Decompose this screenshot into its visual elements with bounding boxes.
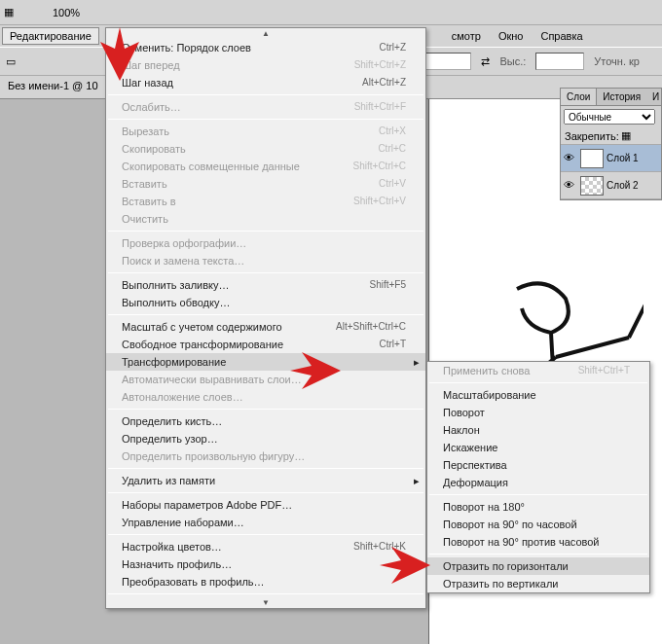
menu-clear: Очистить [106,210,425,228]
submenu-warp[interactable]: Деформация [427,474,649,491]
menu-free-transform[interactable]: Свободное трансформированиеCtrl+T [106,336,425,353]
menu-content-aware-scale[interactable]: Масштаб с учетом содержимогоAlt+Shift+Ct… [106,318,425,336]
width-input[interactable] [423,53,471,70]
lock-pixels-icon[interactable]: ▦ [621,129,631,142]
height-input[interactable] [535,53,584,70]
menu-color-settings[interactable]: Настройка цветов…Shift+Ctrl+K [106,538,425,555]
edit-dropdown: ▲ Отменить: Порядок слоевCtrl+Z Шаг впер… [105,27,426,609]
layer-thumb-1[interactable] [580,149,604,168]
menu-paste-into: Вставить вShift+Ctrl+V [106,193,425,210]
submenu-perspective[interactable]: Перспектива [427,456,649,474]
menu-spell-check: Проверка орфографии… [106,234,425,252]
menu-define-pattern[interactable]: Определить узор… [106,430,425,447]
panel-tabs: Слои История И [561,89,661,106]
visibility-icon[interactable]: 👁 [564,179,577,193]
submenu-arrow-icon: ▸ [414,475,420,487]
scroll-down-icon[interactable]: ▼ [106,597,425,608]
layer-row-2[interactable]: 👁 Слой 2 [561,172,661,199]
menu-help[interactable]: Справка [533,27,590,45]
visibility-icon[interactable]: 👁 [564,152,577,165]
submenu-rotate-90-cw[interactable]: Поворот на 90° по часовой [427,516,649,533]
tab-history[interactable]: История [597,89,646,105]
layer-name-2: Слой 2 [607,180,639,191]
layer-thumb-2[interactable] [580,176,604,196]
menu-convert-profile[interactable]: Преобразовать в профиль… [106,573,425,590]
menu-copy: СкопироватьCtrl+C [106,140,425,158]
swap-icon[interactable]: ⇄ [481,55,490,68]
submenu-flip-vertical[interactable]: Отразить по вертикали [427,575,649,592]
transform-submenu: Применить сноваShift+Ctrl+T Масштабирова… [426,361,650,593]
submenu-rotate-90-ccw[interactable]: Поворот на 90° против часовой [427,533,649,551]
submenu-skew[interactable]: Наклон [427,421,649,439]
blend-mode-select[interactable]: Обычные [564,109,655,125]
menu-assign-profile[interactable]: Назначить профиль… [106,555,425,573]
menu-cut: ВырезатьCtrl+X [106,123,425,140]
menu-auto-align: Автоматически выравнивать слои… [106,371,425,388]
submenu-arrow-icon: ▸ [414,356,420,369]
menu-fill[interactable]: Выполнить заливку…Shift+F5 [106,276,425,294]
menu-define-brush[interactable]: Определить кисть… [106,412,425,430]
zoom-level[interactable]: 100% [53,7,80,18]
menu-paste: ВставитьCtrl+V [106,175,425,193]
submenu-flip-horizontal[interactable]: Отразить по горизонтали [427,557,649,575]
menu-step-forward: Шаг впередShift+Ctrl+Z [106,56,425,74]
app-top-bar: ▦ 100% [0,0,662,25]
tool-preset-icon[interactable]: ▭ [6,55,16,68]
menu-window[interactable]: Окно [491,27,532,45]
menu-fade: Ослабить…Shift+Ctrl+F [106,98,425,116]
menu-edit[interactable]: Редактирование [2,27,99,45]
submenu-scale[interactable]: Масштабирование [427,386,649,404]
menu-step-back[interactable]: Шаг назадAlt+Ctrl+Z [106,74,425,91]
menu-preset-manager[interactable]: Управление наборами… [106,514,425,531]
layer-name-1: Слой 1 [607,153,639,163]
submenu-distort[interactable]: Искажение [427,439,649,456]
tab-other[interactable]: И [646,89,662,105]
film-icon: ▦ [4,6,14,18]
lock-row: Закрепить: ▦ [561,127,661,145]
menu-stroke[interactable]: Выполнить обводку… [106,294,425,311]
height-label: Выс.: [499,55,526,67]
submenu-again: Применить сноваShift+Ctrl+T [427,362,649,379]
menu-find-replace: Поиск и замена текста… [106,252,425,269]
scroll-up-icon[interactable]: ▲ [106,28,425,39]
menu-auto-blend: Автоналожение слоев… [106,388,425,406]
extra-label: Уточн. кр [594,55,640,67]
submenu-rotate[interactable]: Поворот [427,404,649,421]
menu-transform[interactable]: Трансформирование▸ [106,353,425,371]
submenu-rotate-180[interactable]: Поворот на 180° [427,498,649,516]
menu-undo[interactable]: Отменить: Порядок слоевCtrl+Z [106,39,425,56]
menu-view[interactable]: смотр [444,27,489,45]
menu-pdf-presets[interactable]: Наборы параметров Adobe PDF… [106,496,425,514]
tab-layers[interactable]: Слои [561,89,597,105]
menu-purge[interactable]: Удалить из памяти▸ [106,472,425,489]
lock-label: Закрепить: [565,130,619,142]
layers-panel: Слои История И Обычные Закрепить: ▦ 👁 Сл… [560,88,662,200]
document-title: Без имени-1 @ 10 [8,80,98,91]
menu-copy-merged: Скопировать совмещенные данныеShift+Ctrl… [106,158,425,175]
layer-row-1[interactable]: 👁 Слой 1 [561,145,661,172]
menu-define-shape: Определить произвольную фигуру… [106,447,425,465]
